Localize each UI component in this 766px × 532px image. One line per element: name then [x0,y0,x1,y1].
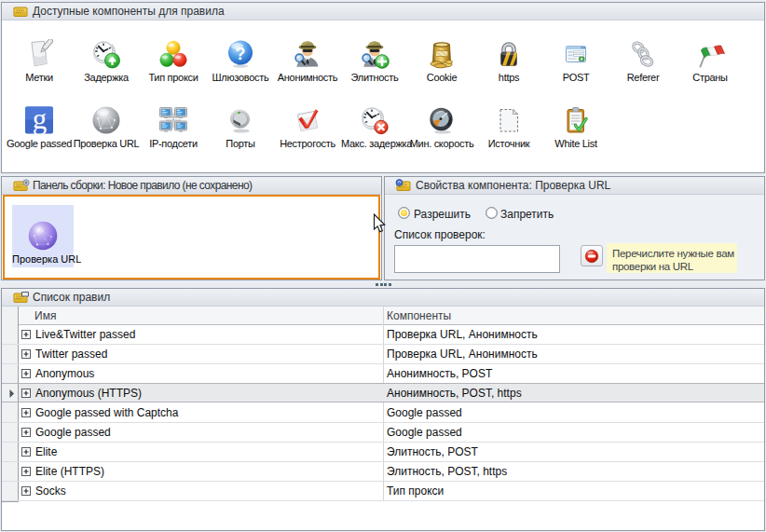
svg-text:g: g [33,105,48,135]
svg-text:?: ? [236,45,246,63]
